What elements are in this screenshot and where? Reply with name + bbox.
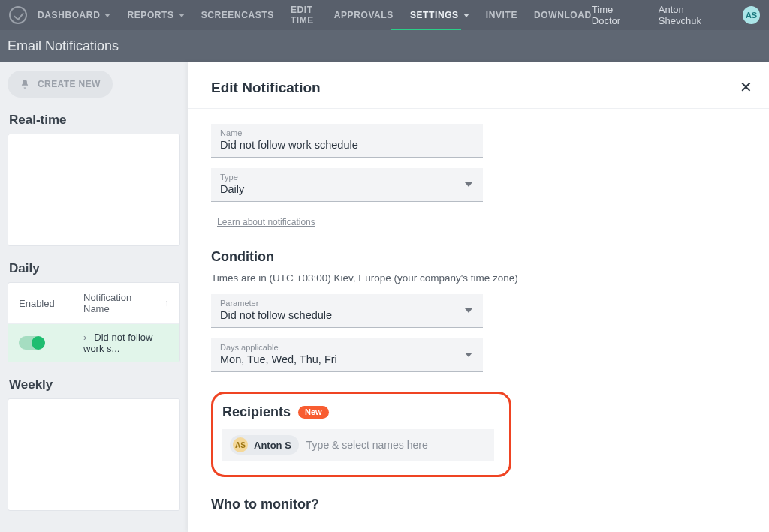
learn-link[interactable]: Learn about notifications [217, 217, 315, 227]
page-subheader: Email Notifications [0, 30, 769, 62]
chevron-right-icon[interactable]: › [83, 332, 86, 343]
type-label: Type [220, 173, 474, 182]
type-field[interactable]: Type Daily [211, 168, 483, 202]
active-tab-underline [391, 29, 461, 30]
name-label: Name [220, 128, 474, 137]
recipient-chip[interactable]: AS Anton S [230, 435, 299, 455]
nav-items: DASHBOARD REPORTS SCREENCASTS EDIT TIME … [38, 5, 592, 26]
nav-dashboard[interactable]: DASHBOARD [38, 10, 110, 20]
col-enabled[interactable]: Enabled [8, 283, 73, 324]
toggle-enabled[interactable] [19, 336, 44, 350]
close-icon[interactable]: ✕ [740, 78, 752, 96]
recipients-highlight-box: Recipients New AS Anton S Type & select … [211, 392, 511, 477]
days-label: Days applicable [220, 343, 474, 352]
drawer-title: Edit Notification [211, 80, 746, 96]
recipients-title: Recipients [222, 404, 291, 420]
nav-reports[interactable]: REPORTS [127, 10, 184, 20]
nav-right: Time Doctor Anton Shevchuk AS [592, 4, 760, 26]
who-to-monitor-title: Who to monitor? [211, 497, 746, 512]
nav-settings[interactable]: SETTINGS [410, 10, 469, 20]
col-name[interactable]: Notification Name↑ [73, 283, 179, 324]
avatar[interactable]: AS [743, 6, 760, 24]
product-name: Time Doctor [592, 4, 642, 26]
name-value: Did not follow work schedule [220, 139, 474, 151]
chip-name: Anton S [254, 440, 291, 451]
nav-approvals[interactable]: APPROVALS [334, 10, 394, 20]
nav-screencasts[interactable]: SCREENCASTS [201, 10, 274, 20]
recipients-placeholder: Type & select names here [306, 439, 428, 451]
section-weekly-title: Weekly [9, 377, 180, 392]
user-name[interactable]: Anton Shevchuk [659, 4, 726, 26]
notification-name-cell: Did not follow work s... [83, 332, 152, 354]
daily-panel: Enabled Notification Name↑ ›Did not foll… [8, 282, 180, 362]
chevron-down-icon [179, 14, 185, 17]
section-realtime-title: Real-time [9, 113, 180, 128]
sidebar: CREATE NEW Real-time Daily Enabled Notif… [0, 62, 188, 532]
realtime-panel [8, 134, 180, 246]
chip-avatar: AS [233, 437, 248, 452]
name-field[interactable]: Name Did not follow work schedule [211, 124, 483, 158]
create-new-button[interactable]: CREATE NEW [8, 71, 113, 98]
bell-icon [20, 79, 30, 89]
top-nav: DASHBOARD REPORTS SCREENCASTS EDIT TIME … [0, 0, 769, 30]
recipients-input[interactable]: AS Anton S Type & select names here [222, 429, 494, 461]
type-value: Daily [220, 183, 474, 195]
page-title: Email Notifications [8, 38, 119, 54]
nav-invite[interactable]: INVITE [486, 10, 517, 20]
brand-logo-icon [9, 6, 27, 24]
divider [188, 108, 769, 109]
weekly-panel [8, 398, 180, 511]
section-daily-title: Daily [9, 261, 180, 276]
timezone-note: Times are in (UTC +03:00) Kiev, Europe (… [211, 272, 746, 284]
chevron-down-icon [463, 14, 469, 17]
nav-edit-time[interactable]: EDIT TIME [291, 5, 318, 26]
edit-notification-drawer: Edit Notification ✕ Name Did not follow … [188, 62, 769, 532]
new-badge: New [298, 406, 329, 419]
sort-asc-icon: ↑ [164, 298, 169, 308]
days-value: Mon, Tue, Wed, Thu, Fri [220, 353, 474, 365]
table-row[interactable]: ›Did not follow work s... [8, 324, 179, 362]
nav-download[interactable]: DOWNLOAD [534, 10, 592, 20]
parameter-field[interactable]: Parameter Did not follow schedule [211, 294, 483, 328]
days-field[interactable]: Days applicable Mon, Tue, Wed, Thu, Fri [211, 338, 483, 372]
parameter-value: Did not follow schedule [220, 309, 474, 321]
parameter-label: Parameter [220, 299, 474, 308]
chevron-down-icon [104, 14, 110, 17]
daily-table: Enabled Notification Name↑ ›Did not foll… [8, 283, 179, 362]
condition-title: Condition [211, 249, 746, 265]
